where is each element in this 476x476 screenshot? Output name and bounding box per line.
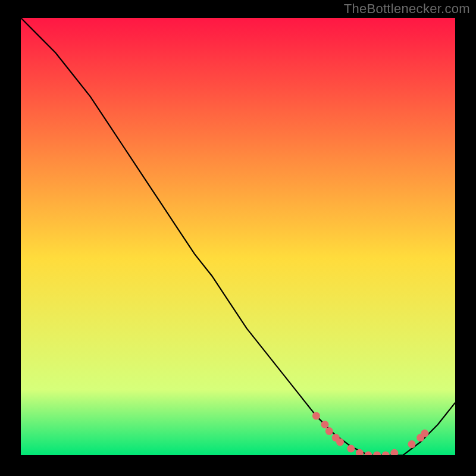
marker-dot: [312, 412, 320, 419]
gradient-background: [21, 18, 455, 455]
attribution-text: TheBottlenecker.com: [344, 1, 470, 17]
marker-dot: [408, 440, 416, 448]
marker-dot: [347, 445, 355, 453]
marker-dot: [321, 421, 329, 428]
marker-dot: [325, 427, 333, 435]
bottleneck-chart: [21, 18, 455, 455]
marker-dot: [336, 439, 344, 446]
marker-dot: [421, 430, 428, 437]
